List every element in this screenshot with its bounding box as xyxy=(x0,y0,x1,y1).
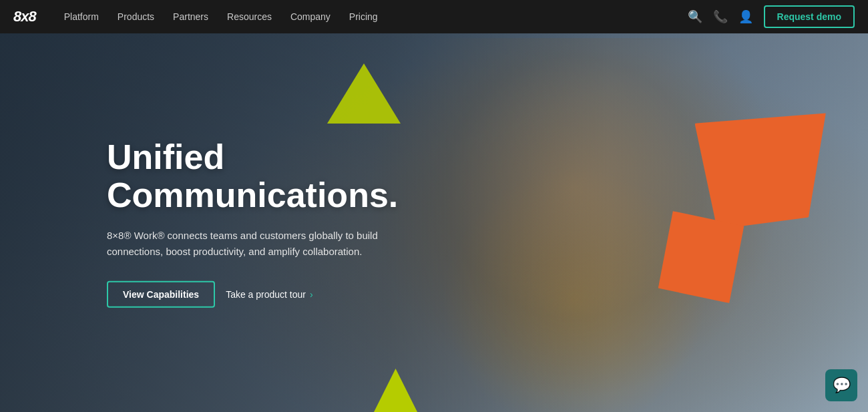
nav-item-products[interactable]: Products xyxy=(110,6,162,27)
user-icon[interactable]: 👤 xyxy=(738,9,753,24)
nav-menu: Platform Products Partners Resources Com… xyxy=(56,6,688,27)
hero-content: Unified Communications. 8×8® Work® conne… xyxy=(0,138,398,307)
hero-subtitle: 8×8® Work® connects teams and customers … xyxy=(107,228,381,260)
hero-title-line1: Unified xyxy=(107,137,224,176)
navbar-right: 🔍 📞 👤 Request demo xyxy=(688,5,855,28)
view-capabilities-button[interactable]: View Capabilities xyxy=(107,281,215,308)
nav-item-platform[interactable]: Platform xyxy=(56,6,107,27)
search-icon[interactable]: 🔍 xyxy=(688,9,702,24)
chevron-right-icon: › xyxy=(310,289,313,300)
request-demo-button[interactable]: Request demo xyxy=(764,5,855,28)
nav-item-company[interactable]: Company xyxy=(282,6,339,27)
hero-section: Unified Communications. 8×8® Work® conne… xyxy=(0,33,868,412)
navbar: 8x8 Platform Products Partners Resources… xyxy=(0,0,868,33)
decorative-triangle-green xyxy=(327,63,401,124)
nav-item-partners[interactable]: Partners xyxy=(165,6,216,27)
chat-icon: 💬 xyxy=(833,377,851,394)
product-tour-button[interactable]: Take a product tour › xyxy=(226,289,313,300)
chat-widget-button[interactable]: 💬 xyxy=(825,369,857,401)
logo-text: 8x8 xyxy=(13,8,36,25)
hero-title: Unified Communications. xyxy=(107,138,398,214)
decorative-shape-orange-small xyxy=(658,210,745,304)
logo[interactable]: 8x8 xyxy=(13,8,36,25)
hero-title-line2: Communications. xyxy=(107,176,398,214)
phone-icon[interactable]: 📞 xyxy=(713,9,728,24)
hero-actions: View Capabilities Take a product tour › xyxy=(107,281,398,308)
nav-item-pricing[interactable]: Pricing xyxy=(341,6,386,27)
nav-item-resources[interactable]: Resources xyxy=(219,6,280,27)
product-tour-label: Take a product tour xyxy=(226,289,306,300)
